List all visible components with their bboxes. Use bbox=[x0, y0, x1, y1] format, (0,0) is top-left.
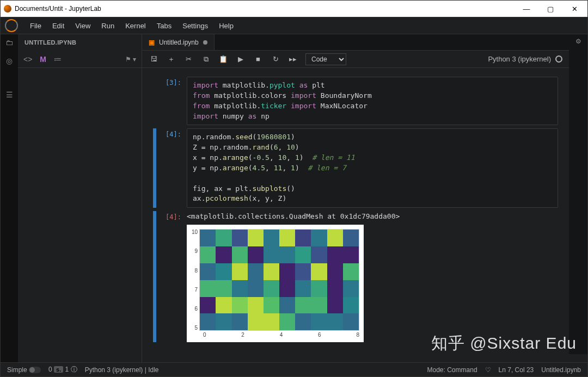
copy-button[interactable]: ⧉ bbox=[201, 55, 211, 64]
input-prompt: [3]: bbox=[160, 77, 187, 125]
document-tabs: ▣ Untitled.ipynb bbox=[142, 34, 569, 51]
plot-heatmap-grid bbox=[199, 229, 359, 331]
paste-button[interactable]: 📋 bbox=[218, 55, 228, 63]
notebook-file-icon: ▣ bbox=[149, 39, 155, 46]
restart-button[interactable]: ↻ bbox=[271, 55, 280, 63]
run-button[interactable]: ▶ bbox=[236, 55, 246, 63]
jupyter-app-icon bbox=[4, 5, 11, 13]
kernel-status-icon[interactable] bbox=[555, 55, 562, 63]
cut-button[interactable]: ✂ bbox=[183, 55, 193, 63]
menu-tabs[interactable]: Tabs bbox=[152, 20, 176, 32]
status-errors[interactable]: 0 s. 1 ⓘ bbox=[48, 365, 77, 374]
status-filename[interactable]: Untitled.ipynb bbox=[541, 366, 581, 374]
code-cell[interactable]: [3]: import matplotlib.pyplot as plt fro… bbox=[153, 77, 558, 125]
output-text: <matplotlib.collections.QuadMesh at 0x1d… bbox=[187, 211, 558, 221]
notebook-toolbar: 🖫 ＋ ✂ ⧉ 📋 ▶ ■ ↻ ▸▸ Code Pyth bbox=[142, 51, 569, 68]
cell-type-select[interactable]: Code bbox=[305, 53, 346, 65]
dirty-indicator-icon bbox=[203, 40, 207, 45]
menu-file[interactable]: File bbox=[26, 20, 46, 32]
menu-help[interactable]: Help bbox=[215, 20, 238, 32]
running-icon[interactable]: ◎ bbox=[4, 56, 14, 66]
right-sidebar: ⚙ bbox=[569, 34, 587, 354]
os-titlebar: Documents/Untit - JupyterLab — ▢ ✕ bbox=[1, 1, 587, 17]
window-minimize-button[interactable]: — bbox=[514, 1, 538, 16]
markdown-icon[interactable]: M bbox=[40, 55, 46, 64]
tab-untitled[interactable]: ▣ Untitled.ipynb bbox=[142, 34, 215, 50]
file-browser-panel: UNTITLED.IPYNB <> M ≔ ⚑ ▾ bbox=[18, 34, 142, 362]
file-tab-label[interactable]: UNTITLED.IPYNB bbox=[18, 34, 142, 51]
code-editor[interactable]: import matplotlib.pyplot as plt from mat… bbox=[193, 81, 552, 121]
list-icon[interactable]: ≔ bbox=[54, 55, 62, 64]
window-close-button[interactable]: ✕ bbox=[562, 1, 586, 16]
trusted-icon[interactable]: ♡ bbox=[485, 366, 491, 374]
kernel-name-label[interactable]: Python 3 (ipykernel) bbox=[488, 55, 551, 63]
notebook-body[interactable]: [3]: import matplotlib.pyplot as plt fro… bbox=[142, 68, 569, 354]
code-cell[interactable]: [4]: np.random.seed(19680801) Z = np.ran… bbox=[153, 128, 558, 208]
plot-x-ticks: 02468 bbox=[190, 331, 359, 338]
window-title: Documents/Untit - JupyterLab bbox=[15, 5, 101, 13]
folder-icon[interactable]: 🗀 bbox=[4, 38, 14, 47]
property-inspector-icon[interactable]: ⚙ bbox=[575, 38, 581, 45]
run-all-button[interactable]: ▸▸ bbox=[288, 55, 298, 63]
menu-edit[interactable]: Edit bbox=[48, 20, 69, 32]
save-button[interactable]: 🖫 bbox=[149, 55, 158, 63]
heatmap-plot: 1098765 02468 bbox=[187, 225, 364, 342]
menu-run[interactable]: Run bbox=[97, 20, 119, 32]
insert-cell-button[interactable]: ＋ bbox=[166, 54, 176, 64]
activity-bar: 🗀 ◎ ☰ bbox=[1, 34, 18, 362]
simple-mode-toggle[interactable]: Simple bbox=[7, 366, 41, 374]
status-mode: Mode: Command bbox=[427, 366, 477, 374]
status-cursor: Ln 7, Col 23 bbox=[499, 366, 534, 374]
input-prompt: [4]: bbox=[160, 128, 187, 208]
jupyter-logo-icon bbox=[5, 19, 18, 32]
tag-icon[interactable]: ⚑ ▾ bbox=[125, 55, 136, 63]
toc-icon[interactable]: ☰ bbox=[4, 90, 14, 100]
output-cell: [4]: <matplotlib.collections.QuadMesh at… bbox=[153, 211, 558, 342]
code-editor[interactable]: np.random.seed(19680801) Z = np.random.r… bbox=[193, 132, 552, 204]
menu-settings[interactable]: Settings bbox=[178, 20, 212, 32]
tab-label: Untitled.ipynb bbox=[159, 39, 199, 46]
status-kernel[interactable]: Python 3 (ipykernel) | Idle bbox=[85, 366, 159, 374]
code-icon[interactable]: <> bbox=[23, 55, 32, 64]
output-prompt: [4]: bbox=[160, 211, 187, 342]
plot-y-ticks: 1098765 bbox=[190, 229, 199, 331]
menu-kernel[interactable]: Kernel bbox=[121, 20, 150, 32]
status-bar: Simple 0 s. 1 ⓘ Python 3 (ipykernel) | I… bbox=[1, 362, 587, 376]
menu-view[interactable]: View bbox=[71, 20, 95, 32]
window-maximize-button[interactable]: ▢ bbox=[538, 1, 562, 16]
menubar: File Edit View Run Kernel Tabs Settings … bbox=[1, 17, 587, 34]
stop-button[interactable]: ■ bbox=[253, 55, 263, 63]
